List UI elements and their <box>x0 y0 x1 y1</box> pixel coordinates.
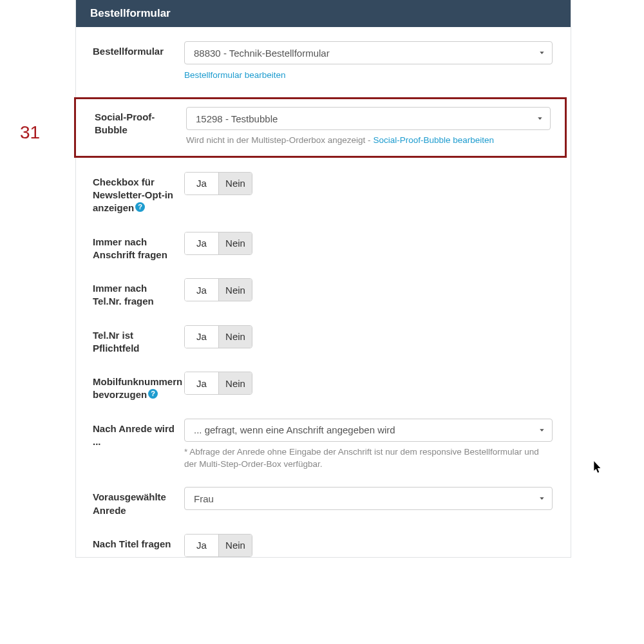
toggle-ja[interactable]: Ja <box>185 326 218 348</box>
select-anrede[interactable]: ... gefragt, wenn eine Anschrift angegeb… <box>184 419 553 442</box>
row-telnr: Immer nach Tel.Nr. fragen Ja Nein <box>76 278 553 308</box>
row-vor-anrede: Vorausgewählte Anrede Frau <box>76 487 553 517</box>
row-anschrift: Immer nach Anschrift fragen Ja Nein <box>76 232 553 262</box>
label-telnr: Immer nach Tel.Nr. fragen <box>76 278 184 308</box>
toggle-mobil: Ja Nein <box>184 372 252 395</box>
label-bestellformular: Bestellformular <box>76 41 184 58</box>
label-anschrift: Immer nach Anschrift fragen <box>76 232 184 262</box>
toggle-ja[interactable]: Ja <box>185 279 218 301</box>
cursor-icon <box>594 461 603 477</box>
hint-anrede: * Abfrage der Anrede ohne Eingabe der An… <box>184 446 553 471</box>
row-anrede: Nach Anrede wird ... ... gefragt, wenn e… <box>76 419 553 471</box>
link-edit-bestellformular[interactable]: Bestellformular bearbeiten <box>184 70 286 80</box>
toggle-ja[interactable]: Ja <box>185 372 218 394</box>
toggle-ja[interactable]: Ja <box>185 535 218 556</box>
select-bestellformular[interactable]: 88830 - Technik-Bestellformular <box>184 41 553 64</box>
highlight-social-proof: Social-Proof-Bubble 15298 - Testbubble W… <box>74 97 567 158</box>
toggle-nein[interactable]: Nein <box>218 535 252 556</box>
toggle-nein[interactable]: Nein <box>218 326 252 348</box>
hint-social-proof-pre: Wird nicht in der Multistep-Orderbox ang… <box>186 135 373 145</box>
label-newsletter-optin: Checkbox für Newsletter-Opt-in anzeigen <box>93 176 173 214</box>
row-titel: Nach Titel fragen Ja Nein <box>76 534 553 557</box>
label-social-proof: Social-Proof-Bubble <box>78 107 186 137</box>
select-social-proof[interactable]: 15298 - Testbubble <box>186 107 551 130</box>
panel-title: Bestellformular <box>76 0 571 27</box>
toggle-titel: Ja Nein <box>184 534 252 557</box>
toggle-anschrift: Ja Nein <box>184 232 252 255</box>
link-edit-social-proof[interactable]: Social-Proof-Bubble bearbeiten <box>373 135 494 145</box>
toggle-nein[interactable]: Nein <box>218 372 252 394</box>
help-icon[interactable]: ? <box>148 389 158 399</box>
toggle-telnr: Ja Nein <box>184 278 252 301</box>
row-mobil: Mobilfunknummern bevorzugen? Ja Nein <box>76 372 553 402</box>
toggle-nein[interactable]: Nein <box>218 173 252 194</box>
toggle-nein[interactable]: Nein <box>218 279 252 301</box>
row-social-proof: Social-Proof-Bubble 15298 - Testbubble W… <box>76 107 551 147</box>
select-vor-anrede[interactable]: Frau <box>184 487 553 510</box>
toggle-telnr-req: Ja Nein <box>184 325 252 348</box>
label-mobil: Mobilfunknummern bevorzugen <box>93 376 182 400</box>
help-icon[interactable]: ? <box>135 202 145 212</box>
row-telnr-req: Tel.Nr ist Pflichtfeld Ja Nein <box>76 325 553 355</box>
toggle-ja[interactable]: Ja <box>185 173 218 194</box>
toggle-nein[interactable]: Nein <box>218 232 252 254</box>
row-bestellformular: Bestellformular 88830 - Technik-Bestellf… <box>76 41 553 80</box>
label-telnr-req: Tel.Nr ist Pflichtfeld <box>76 325 184 355</box>
settings-panel: Bestellformular Bestellformular 88830 - … <box>75 0 571 558</box>
row-newsletter-optin: Checkbox für Newsletter-Opt-in anzeigen?… <box>76 172 553 215</box>
label-titel: Nach Titel fragen <box>76 534 184 551</box>
panel-body: Bestellformular 88830 - Technik-Bestellf… <box>76 27 571 557</box>
toggle-ja[interactable]: Ja <box>185 232 218 254</box>
label-anrede: Nach Anrede wird ... <box>76 419 184 449</box>
toggle-newsletter-optin: Ja Nein <box>184 172 252 195</box>
annotation-number: 31 <box>20 122 40 143</box>
label-vor-anrede: Vorausgewählte Anrede <box>76 487 184 517</box>
